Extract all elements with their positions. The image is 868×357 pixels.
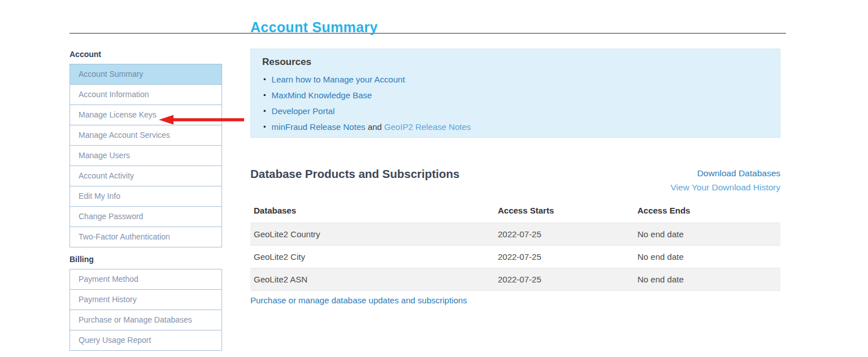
link-learn-manage-account[interactable]: Learn how to Manage your Account <box>272 75 405 84</box>
table-row: GeoLite2 City 2022-07-25 No end date <box>250 246 780 268</box>
bullet-icon: • <box>263 91 266 99</box>
link-download-databases[interactable]: Download Databases <box>671 166 780 180</box>
sidebar-heading-billing: Billing <box>70 255 222 264</box>
sidebar-heading-account: Account <box>70 50 222 59</box>
sidebar-item-manage-license-keys[interactable]: Manage License Keys <box>70 105 222 125</box>
bullet-icon: • <box>263 107 266 115</box>
sidebar-item-account-summary[interactable]: Account Summary <box>70 64 222 85</box>
bullet-icon: • <box>263 75 266 84</box>
resources-heading: Resources <box>262 56 769 68</box>
sidebar-item-payment-method[interactable]: Payment Method <box>70 269 222 290</box>
link-developer-portal[interactable]: Developer Portal <box>272 106 335 116</box>
bullet-icon: • <box>263 123 266 131</box>
sidebar-item-manage-users[interactable]: Manage Users <box>70 145 222 166</box>
link-minfraud-release-notes[interactable]: minFraud Release Notes <box>272 122 366 132</box>
table-header-row: Databases Access Starts Access Ends <box>250 201 780 223</box>
sidebar: Account Account Summary Account Informat… <box>70 50 222 357</box>
link-geoip2-release-notes[interactable]: GeoIP2 Release Notes <box>384 122 471 132</box>
sidebar-item-account-information[interactable]: Account Information <box>70 84 222 105</box>
sidebar-account-list: Account Summary Account Information Mana… <box>70 64 222 247</box>
table-row: GeoLite2 ASN 2022-07-25 No end date <box>250 268 780 291</box>
sidebar-item-payment-history[interactable]: Payment History <box>70 289 222 310</box>
database-action-links: Download Databases View Your Download Hi… <box>671 166 780 194</box>
sidebar-item-change-password[interactable]: Change Password <box>70 206 222 227</box>
sidebar-item-edit-my-info[interactable]: Edit My Info <box>70 186 222 207</box>
sidebar-billing-list: Payment Method Payment History Purchase … <box>70 269 222 351</box>
list-item: •Learn how to Manage your Account <box>263 75 769 84</box>
cell-database-name: GeoLite2 Country <box>250 223 494 246</box>
databases-section-heading: Database Products and Subscriptions <box>250 167 459 181</box>
resources-list: •Learn how to Manage your Account •MaxMi… <box>262 75 769 132</box>
cell-access-starts: 2022-07-25 <box>494 246 634 268</box>
sidebar-item-purchase-or-manage-databases[interactable]: Purchase or Manage Databases <box>70 310 222 330</box>
list-item: •Developer Portal <box>263 106 769 116</box>
cell-access-ends: No end date <box>634 268 780 291</box>
link-view-download-history[interactable]: View Your Download History <box>671 180 780 194</box>
cell-access-starts: 2022-07-25 <box>494 268 634 291</box>
cell-database-name: GeoLite2 ASN <box>250 268 494 291</box>
list-item: •MaxMind Knowledge Base <box>263 90 769 100</box>
cell-access-ends: No end date <box>634 223 780 246</box>
list-item: •minFraud Release Notes and GeoIP2 Relea… <box>263 122 769 132</box>
link-purchase-manage-updates[interactable]: Purchase or manage database updates and … <box>250 295 467 305</box>
cell-access-ends: No end date <box>634 246 780 268</box>
table-row: GeoLite2 Country 2022-07-25 No end date <box>250 223 780 246</box>
connector-text: and <box>365 122 384 132</box>
sidebar-item-manage-account-services[interactable]: Manage Account Services <box>70 125 222 146</box>
title-divider <box>70 33 786 34</box>
databases-table: Databases Access Starts Access Ends GeoL… <box>250 201 780 291</box>
column-header-access-starts: Access Starts <box>494 201 634 223</box>
cell-database-name: GeoLite2 City <box>250 246 494 268</box>
column-header-databases: Databases <box>250 201 494 223</box>
column-header-access-ends: Access Ends <box>634 201 780 223</box>
sidebar-item-query-usage-report[interactable]: Query Usage Report <box>70 330 222 351</box>
sidebar-item-account-activity[interactable]: Account Activity <box>70 166 222 186</box>
table-header: Databases Access Starts Access Ends <box>250 201 780 223</box>
resources-panel: Resources •Learn how to Manage your Acco… <box>250 49 780 138</box>
databases-section-header: Database Products and Subscriptions Down… <box>250 166 780 194</box>
sidebar-item-two-factor-authentication[interactable]: Two-Factor Authentication <box>70 227 222 247</box>
cell-access-starts: 2022-07-25 <box>494 223 634 246</box>
link-knowledge-base[interactable]: MaxMind Knowledge Base <box>272 90 372 100</box>
